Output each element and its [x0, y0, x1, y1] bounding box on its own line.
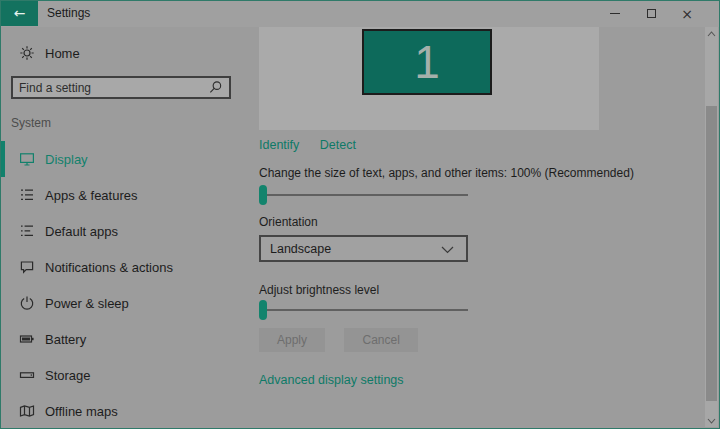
brightness-label: Adjust brightness level [259, 283, 379, 297]
power-icon [19, 295, 35, 311]
battery-icon [19, 331, 35, 347]
sidebar-item-apps-features[interactable]: Apps & features [1, 177, 241, 213]
sidebar-item-label: Power & sleep [45, 296, 129, 311]
cancel-button[interactable]: Cancel [344, 328, 417, 352]
sidebar-item-label: Storage [45, 368, 91, 383]
orientation-label: Orientation [259, 215, 318, 229]
chevron-down-icon [707, 418, 716, 424]
apply-button[interactable]: Apply [259, 328, 325, 352]
scroll-up-button[interactable] [705, 27, 718, 40]
offline-maps-icon [19, 403, 35, 419]
search-icon[interactable] [208, 80, 223, 95]
action-buttons: Apply Cancel [259, 328, 418, 352]
scale-slider-track[interactable] [259, 194, 468, 196]
sidebar-item-label: Display [45, 152, 88, 167]
settings-window: ← Settings × Home [0, 0, 720, 429]
titlebar: ← Settings × [1, 1, 719, 27]
scale-label: Change the size of text, apps, and other… [259, 166, 634, 180]
minimize-icon [610, 13, 620, 14]
identify-link[interactable]: Identify [259, 138, 299, 152]
notifications-icon [19, 259, 35, 275]
sidebar-item-label: Apps & features [45, 188, 138, 203]
window-controls: × [597, 1, 705, 26]
storage-icon [19, 367, 35, 383]
chevron-down-icon [441, 246, 454, 254]
monitor-1[interactable]: 1 [362, 29, 492, 95]
brightness-slider-thumb[interactable] [259, 300, 267, 320]
sidebar: Home System Display Apps & [1, 27, 241, 428]
default-apps-icon [19, 223, 35, 239]
orientation-dropdown[interactable]: Landscape [259, 235, 468, 262]
scale-slider-thumb[interactable] [259, 185, 267, 205]
sidebar-nav: Display Apps & features Default apps Not… [1, 141, 241, 429]
back-button[interactable]: ← [1, 1, 38, 26]
sidebar-item-offline-maps[interactable]: Offline maps [1, 393, 241, 429]
maximize-icon [647, 9, 656, 18]
section-header-system: System [11, 116, 51, 130]
display-icon [19, 151, 35, 167]
brightness-slider[interactable] [259, 300, 468, 320]
monitor-preview-area: 1 [259, 27, 599, 130]
sidebar-item-storage[interactable]: Storage [1, 357, 241, 393]
close-icon: × [681, 7, 693, 21]
sidebar-item-display[interactable]: Display [1, 141, 241, 177]
brightness-slider-track[interactable] [259, 309, 468, 311]
apps-features-icon [19, 187, 35, 203]
display-settings-pane: 1 Identify Detect Change the size of tex… [259, 27, 703, 428]
sidebar-item-label: Home [45, 46, 80, 61]
sidebar-item-label: Battery [45, 332, 86, 347]
sidebar-item-label: Notifications & actions [45, 260, 173, 275]
sidebar-item-label: Default apps [45, 224, 118, 239]
minimize-button[interactable] [597, 1, 633, 26]
scroll-down-button[interactable] [705, 414, 718, 427]
maximize-button[interactable] [633, 1, 669, 26]
chevron-up-icon [707, 31, 716, 37]
sidebar-item-home[interactable]: Home [1, 39, 241, 67]
advanced-display-settings-link[interactable]: Advanced display settings [259, 373, 404, 387]
close-button[interactable]: × [669, 1, 705, 26]
back-arrow-icon: ← [14, 5, 26, 21]
orientation-value: Landscape [270, 242, 331, 256]
scrollbar-thumb[interactable] [706, 106, 717, 401]
sidebar-item-power-sleep[interactable]: Power & sleep [1, 285, 241, 321]
sidebar-item-battery[interactable]: Battery [1, 321, 241, 357]
sidebar-item-default-apps[interactable]: Default apps [1, 213, 241, 249]
window-title: Settings [47, 1, 90, 26]
search-input[interactable] [19, 78, 199, 97]
search-box[interactable] [11, 76, 231, 99]
gear-icon [19, 45, 35, 61]
vertical-scrollbar[interactable] [705, 27, 718, 427]
preview-links: Identify Detect [259, 138, 356, 152]
scale-slider[interactable] [259, 185, 468, 205]
detect-link[interactable]: Detect [320, 138, 356, 152]
sidebar-item-notifications[interactable]: Notifications & actions [1, 249, 241, 285]
sidebar-item-label: Offline maps [45, 404, 118, 419]
monitor-number: 1 [414, 39, 440, 85]
